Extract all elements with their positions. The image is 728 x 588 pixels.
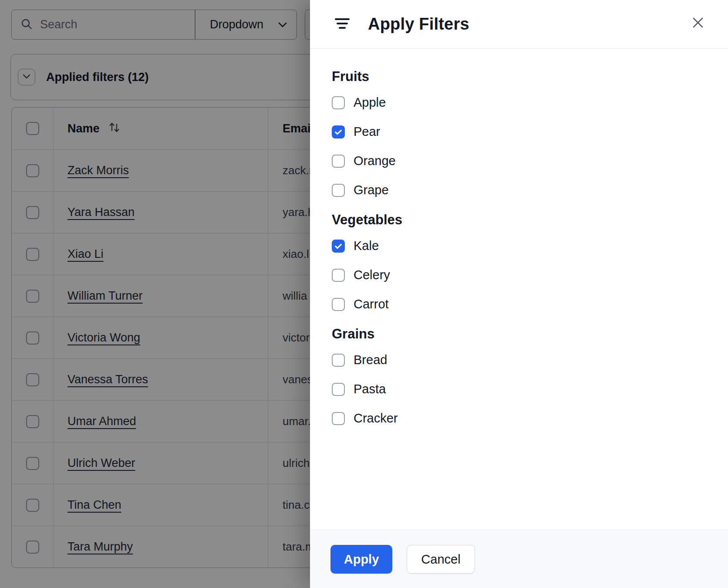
filter-icon [334, 17, 350, 31]
filter-section: FruitsApplePearOrangeGrape [332, 69, 706, 197]
filter-option-label: Kale [354, 239, 379, 253]
filter-section: VegetablesKaleCeleryCarrot [332, 212, 706, 311]
filter-option[interactable]: Carrot [332, 297, 389, 311]
checkbox-unchecked[interactable] [332, 354, 345, 367]
panel-footer: Apply Cancel [310, 530, 728, 588]
panel-title: Apply Filters [368, 15, 469, 34]
filter-option-label: Orange [354, 154, 396, 168]
filter-option[interactable]: Kale [332, 239, 379, 253]
filter-section: GrainsBreadPastaCracker [332, 326, 706, 426]
filter-sections: FruitsApplePearOrangeGrapeVegetablesKale… [310, 49, 728, 426]
checkbox-unchecked[interactable] [332, 155, 345, 168]
filter-option[interactable]: Pear [332, 125, 380, 139]
filter-option-label: Pear [354, 125, 380, 139]
checkbox-unchecked[interactable] [332, 383, 345, 396]
filter-option-label: Apple [354, 95, 386, 110]
checkbox-unchecked[interactable] [332, 96, 345, 109]
panel-header: Apply Filters [310, 0, 728, 49]
checkbox-unchecked[interactable] [332, 412, 345, 425]
apply-filters-panel: Apply Filters FruitsApplePearOrangeGrape… [310, 0, 728, 588]
filter-option-label: Bread [354, 353, 387, 367]
filter-section-heading: Fruits [332, 69, 706, 84]
filter-option[interactable]: Grape [332, 183, 389, 197]
filter-option[interactable]: Pasta [332, 382, 386, 396]
close-icon[interactable] [690, 14, 706, 31]
filter-option-label: Grape [354, 183, 389, 197]
filter-option-label: Celery [354, 268, 390, 282]
filter-section-heading: Grains [332, 326, 706, 341]
filter-option[interactable]: Cracker [332, 411, 398, 426]
checkbox-checked-icon[interactable] [332, 240, 345, 253]
filter-option[interactable]: Bread [332, 353, 387, 367]
filter-option[interactable]: Celery [332, 268, 390, 282]
apply-button[interactable]: Apply [330, 545, 392, 574]
filter-option[interactable]: Orange [332, 154, 396, 168]
checkbox-unchecked[interactable] [332, 269, 345, 282]
filter-option-label: Carrot [354, 297, 389, 311]
filter-option[interactable]: Apple [332, 95, 386, 110]
filter-option-label: Pasta [354, 382, 386, 396]
checkbox-checked-icon[interactable] [332, 125, 345, 139]
checkbox-unchecked[interactable] [332, 298, 345, 311]
filter-section-heading: Vegetables [332, 212, 706, 227]
checkbox-unchecked[interactable] [332, 184, 345, 197]
cancel-button[interactable]: Cancel [407, 545, 475, 574]
filter-option-label: Cracker [354, 411, 398, 426]
